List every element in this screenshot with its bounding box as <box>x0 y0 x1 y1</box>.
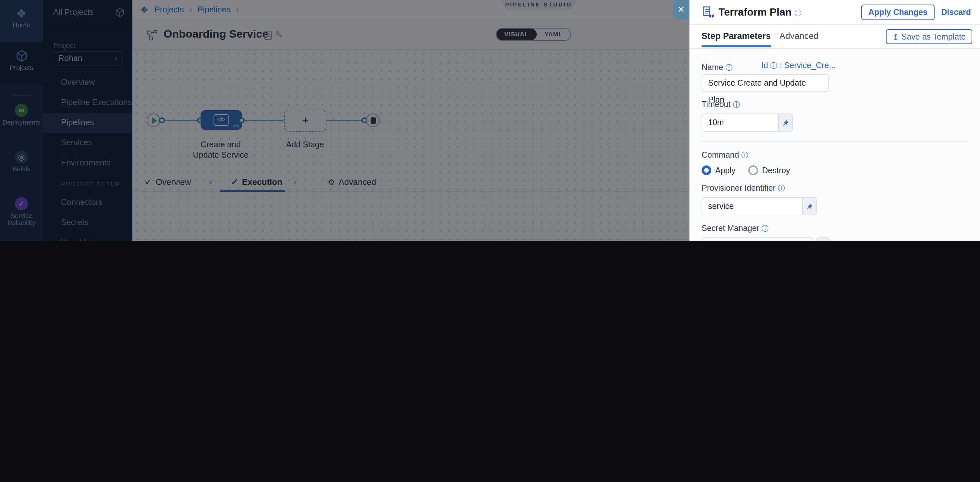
provisioner-identifier-label: Provisioner Identifier ⓘ <box>702 184 968 193</box>
tab-advanced[interactable]: Advanced <box>780 31 818 41</box>
drawer-header: Terraform Plan ⓘ Apply Changes Discard <box>690 0 980 25</box>
secret-manager-field: Harness Built-i... PROJECT ⌄ <box>702 238 968 241</box>
secret-manager-select[interactable]: Harness Built-i... PROJECT ⌄ <box>702 238 813 241</box>
info-icon[interactable]: ⓘ <box>794 9 802 17</box>
command-radio-group: Apply Destroy <box>702 165 968 175</box>
timeout-field: 10m <box>702 114 793 132</box>
info-icon[interactable]: ⓘ <box>741 151 748 159</box>
step-config-drawer: Terraform Plan ⓘ Apply Changes Discard S… <box>689 0 980 241</box>
discard-button[interactable]: Discard <box>941 8 971 17</box>
pin-icon[interactable] <box>778 114 792 131</box>
upload-icon: ↥ <box>892 32 899 41</box>
step-id-link[interactable]: Id ⓘ : Service_Cre... <box>761 61 835 71</box>
command-label: Command ⓘ <box>702 151 968 160</box>
timeout-input[interactable]: 10m <box>702 114 778 131</box>
apply-changes-button[interactable]: Apply Changes <box>861 5 935 20</box>
save-as-template-button[interactable]: ↥ Save as Template <box>886 29 972 44</box>
info-icon: ⓘ <box>770 62 778 70</box>
pin-icon[interactable] <box>802 198 816 215</box>
tab-step-parameters[interactable]: Step Parameters <box>702 31 771 48</box>
pipeline-studio-app: ❖ Home Projects ∞ Deployments ◎ Builds ✓… <box>0 0 980 241</box>
provisioner-identifier-field: service <box>702 197 817 216</box>
drawer-dim-overlay[interactable] <box>0 0 689 241</box>
provisioner-identifier-input[interactable]: service <box>702 198 802 215</box>
pin-icon[interactable] <box>816 238 830 241</box>
info-icon[interactable]: ⓘ <box>733 101 740 108</box>
timeout-label: Timeout ⓘ <box>702 100 968 109</box>
info-icon[interactable]: ⓘ <box>778 184 785 192</box>
step-parameters-form: Name ⓘ Id ⓘ : Service_Cre... Service Cre… <box>690 49 980 241</box>
secret-manager-label: Secret Manager ⓘ <box>702 224 968 233</box>
name-input[interactable]: Service Create and Update Plan <box>702 74 829 92</box>
terraform-plan-step-icon <box>702 6 714 19</box>
radio-destroy[interactable] <box>749 165 758 175</box>
close-icon: ✕ <box>678 5 685 14</box>
radio-apply-label[interactable]: Apply <box>715 166 736 175</box>
info-icon[interactable]: ⓘ <box>725 63 733 71</box>
drawer-title: Terraform Plan ⓘ <box>718 6 802 18</box>
section-divider <box>702 141 968 142</box>
drawer-tabs: Step Parameters Advanced ↥ Save as Templ… <box>690 25 980 49</box>
close-drawer-button[interactable]: ✕ <box>673 0 689 19</box>
radio-apply[interactable] <box>702 165 711 175</box>
info-icon[interactable]: ⓘ <box>762 224 769 232</box>
name-label: Name ⓘ <box>702 63 733 72</box>
radio-destroy-label[interactable]: Destroy <box>762 166 790 175</box>
